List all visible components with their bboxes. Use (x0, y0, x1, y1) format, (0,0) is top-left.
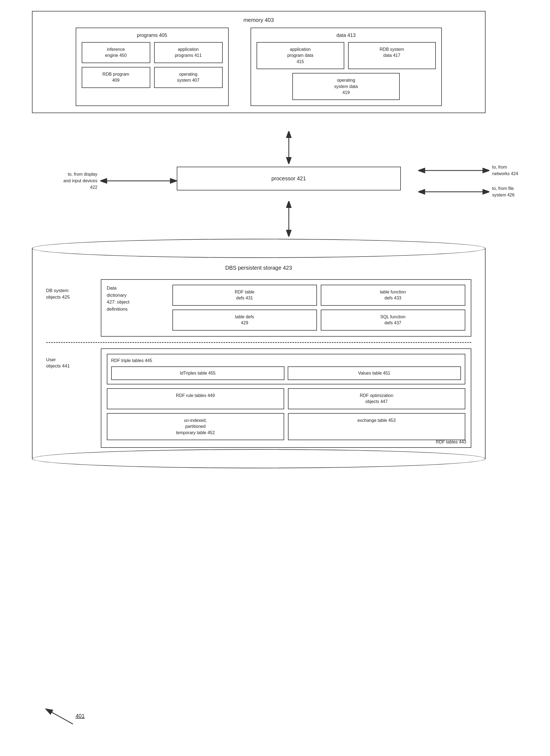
processor-to-storage-arrow (272, 201, 305, 237)
figure-label-group: 401 (43, 705, 85, 727)
filesys-arrow (418, 186, 489, 197)
memory-to-processor-arrow (272, 131, 305, 164)
memory-box: memory 403 programs 405 inferenceengine … (32, 11, 486, 113)
dashed-divider (46, 342, 471, 343)
cylinder-top (32, 239, 486, 258)
operating-system-item: operatingsystem 407 (154, 67, 223, 88)
rdb-system-data-item: RDB systemdata 417 (348, 42, 436, 69)
user-objects-label: Userobjects 441 (46, 357, 90, 370)
db-system-row: DB systemobjects 425 Datadictionary427: … (46, 279, 471, 337)
rdb-program-item: RDB program409 (82, 67, 150, 88)
data-box: data 413 applicationprogram data415 RDB … (251, 28, 442, 106)
display-arrow-group: to, from displayand input devices422 (32, 171, 177, 191)
programs-box: programs 405 inferenceengine 450 applica… (76, 28, 229, 106)
figure-arrow (43, 705, 76, 727)
right-arrows-group: to, fromnetworks 424 to, from filesystem… (418, 164, 518, 198)
rdf-optimization-objects: RDF optimizationobjects 447 (288, 388, 465, 409)
display-label: to, from displayand input devices422 (32, 171, 98, 191)
user-objects-row: Userobjects 441 RDF triple tables 445 Id… (46, 348, 471, 448)
os-data-item: operatingsystem data419 (292, 73, 400, 100)
networks-arrow (418, 165, 489, 176)
data-label: data 413 (257, 33, 436, 38)
programs-label: programs 405 (82, 33, 223, 38)
rdf-tables-footer: RDF tables 443 (436, 440, 466, 445)
filesys-label: to, from filesystem 426 (492, 185, 514, 198)
un-indexed-table: un-indexed,partitionedtemporary table 45… (107, 413, 284, 440)
data-dict-title: Datadictionary427: objectdefinitions (107, 285, 167, 313)
rdf-rule-tables: RDF rule tables 449 (107, 388, 284, 409)
application-programs-item: applicationprograms 411 (154, 42, 223, 63)
networks-label: to, fromnetworks 424 (492, 164, 518, 177)
rdf-table-defs: RDF tabledefs 431 (172, 285, 317, 306)
exchange-table: exchange table 453 (288, 413, 465, 440)
display-arrow (100, 175, 177, 186)
rdf-triple-box: RDF triple tables 445 IdTriples table 45… (107, 354, 465, 384)
values-table: Values table 451 (288, 366, 461, 380)
processor-label: processor 421 (271, 175, 306, 181)
table-func-defs: table functiondefs 433 (321, 285, 465, 306)
cylinder-bottom (32, 449, 486, 468)
sql-func-defs: SQL functiondefs 437 (321, 310, 465, 331)
table-defs: table defs429 (172, 310, 317, 331)
memory-label: memory 403 (39, 17, 478, 23)
data-dict-box: Datadictionary427: objectdefinitions RDF… (101, 279, 471, 337)
processor-box: processor 421 (177, 167, 401, 190)
id-triples-table: IdTriples table 455 (111, 366, 284, 380)
user-objects-box: RDF triple tables 445 IdTriples table 45… (101, 348, 471, 448)
storage-section: DBS persistent storage 423 DB systemobje… (32, 239, 486, 468)
db-system-label: DB systemobjects 425 (46, 287, 90, 301)
storage-label: DBS persistent storage 423 (46, 265, 471, 271)
processor-section: processor 421 (177, 167, 401, 190)
svg-line-16 (48, 710, 73, 724)
cylinder-body: DBS persistent storage 423 DB systemobje… (32, 248, 486, 459)
figure-label: 401 (76, 713, 85, 719)
inference-engine-item: inferenceengine 450 (82, 42, 150, 63)
rdf-triple-title: RDF triple tables 445 (111, 358, 461, 363)
app-program-data-item: applicationprogram data415 (257, 42, 344, 69)
